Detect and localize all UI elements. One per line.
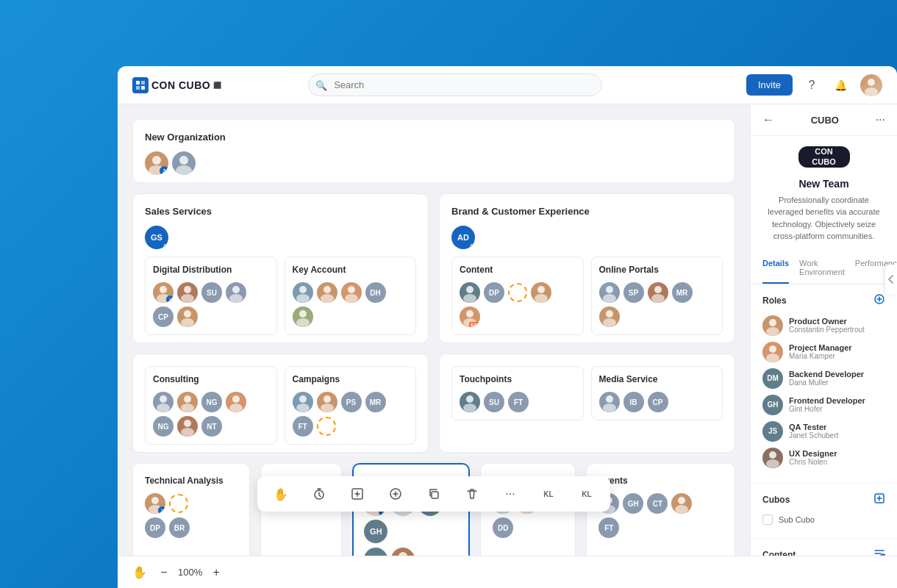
panel-back-button[interactable]: ← [762, 113, 774, 126]
svg-point-25 [296, 318, 310, 327]
timer-button[interactable] [307, 482, 331, 506]
help-icon[interactable]: ? [801, 75, 822, 96]
svg-point-27 [463, 294, 476, 303]
avatar [317, 282, 337, 303]
svg-point-19 [296, 294, 310, 303]
svg-point-53 [603, 404, 616, 412]
role-name: Product Owner [789, 317, 885, 326]
zoom-in-button[interactable]: + [208, 564, 224, 581]
svg-point-39 [157, 404, 170, 412]
avatar [648, 282, 668, 303]
zoom-out-button[interactable]: − [156, 564, 172, 581]
content-section-title: Content [762, 550, 796, 556]
svg-point-81 [769, 319, 776, 326]
expand-panel-button[interactable] [885, 265, 897, 294]
kl2-button[interactable]: KL [575, 482, 598, 506]
svg-point-35 [651, 294, 665, 303]
svg-rect-3 [141, 86, 145, 90]
tab-details[interactable]: Details [762, 253, 789, 284]
more-dots-button[interactable]: ··· [498, 482, 522, 506]
svg-point-16 [184, 310, 191, 318]
avatar [341, 282, 362, 303]
notification-icon[interactable]: 🔔 [831, 75, 851, 96]
ft-avatar: FT [293, 416, 313, 437]
svg-rect-0 [136, 81, 140, 85]
svg-rect-1 [141, 81, 145, 85]
roles-list: Product Owner Constantin Peppertrout Pro… [762, 315, 885, 468]
role-name: UX Designer [789, 449, 885, 458]
svg-rect-2 [136, 86, 140, 90]
ct-avatar: CT [647, 493, 668, 514]
role-name: Backend Developer [789, 370, 885, 379]
svg-point-32 [606, 286, 613, 293]
avatar [671, 493, 692, 514]
svg-point-4 [868, 79, 875, 86]
add-square-button[interactable] [346, 482, 369, 506]
svg-point-47 [296, 404, 310, 412]
digital-distribution: Digital Distribution 2 SU [145, 257, 277, 335]
invite-button[interactable]: Invite [746, 74, 793, 96]
logo-text: CON CUBO [151, 79, 210, 91]
svg-point-20 [324, 286, 331, 293]
zoom-controls: − 100% + [156, 564, 224, 581]
svg-point-60 [399, 552, 407, 556]
role-item: JS QA Tester Janet Schubert [762, 421, 885, 442]
avatar [177, 392, 198, 412]
avatar [460, 282, 480, 303]
canvas-area[interactable]: New Organization 2 [118, 104, 750, 556]
role-item: Project Manager Maria Kamper [762, 342, 885, 362]
hand-bottom-icon[interactable]: ✋ [132, 565, 147, 579]
cubos-section: Cubos Sub Cubo [751, 484, 897, 539]
avatar [460, 392, 480, 412]
add-cubo-button[interactable] [873, 492, 885, 507]
floating-toolbar: ✋ [257, 476, 610, 512]
svg-point-46 [299, 395, 307, 403]
tab-work-environment[interactable]: Work Environment [799, 253, 845, 284]
pending-spinner [508, 283, 527, 302]
hand-tool-button[interactable]: ✋ [269, 482, 293, 506]
online-portals: Online Portals SP MR [591, 257, 723, 335]
svg-point-37 [603, 318, 616, 327]
cubo-checkbox[interactable] [762, 514, 773, 525]
campaigns: Campaigns PS MR [285, 366, 417, 445]
sales-title: Sales Services [145, 206, 416, 217]
panel-more-button[interactable]: ··· [876, 113, 885, 126]
panel-logo-text: CON CUBO [812, 146, 835, 168]
svg-point-48 [324, 395, 331, 403]
svg-point-50 [466, 395, 473, 403]
add-circle-button[interactable] [384, 482, 407, 506]
svg-point-86 [766, 459, 779, 468]
key-account-title: Key Account [293, 265, 409, 275]
spinner3 [169, 494, 188, 513]
avatar [226, 392, 246, 412]
copy-button[interactable] [422, 482, 446, 506]
avatar [177, 306, 198, 327]
search-input[interactable] [308, 74, 602, 96]
kl-button[interactable]: KL [537, 482, 560, 506]
svg-point-8 [179, 156, 188, 165]
add-role-button[interactable] [873, 293, 885, 308]
svg-point-41 [181, 404, 194, 412]
avatar: 2 [153, 282, 174, 303]
role-person: Janet Schubert [789, 431, 885, 440]
dp-avatar: DP [484, 282, 504, 303]
content-title: Content [460, 265, 576, 275]
panel-logo: CON CUBO [798, 146, 850, 168]
trash-button[interactable] [460, 482, 484, 506]
svg-rect-79 [432, 492, 438, 498]
add-content-button[interactable] [873, 548, 885, 556]
user-avatar[interactable] [860, 74, 882, 96]
avatar [317, 392, 337, 412]
cp-avatar: CP [153, 306, 174, 327]
svg-point-12 [184, 286, 191, 293]
avatar [599, 392, 620, 412]
avatar [226, 282, 246, 303]
zoom-level: 100% [178, 567, 202, 578]
avatar: EXT [460, 306, 480, 327]
avatar [391, 548, 415, 556]
svg-point-69 [675, 505, 688, 514]
content-section: Content PURPOSE Interactively administra… [751, 539, 897, 556]
nt-avatar: NT [201, 416, 222, 437]
cubo-item: Sub Cubo [762, 514, 885, 525]
mr-avatar: MR [672, 282, 693, 303]
